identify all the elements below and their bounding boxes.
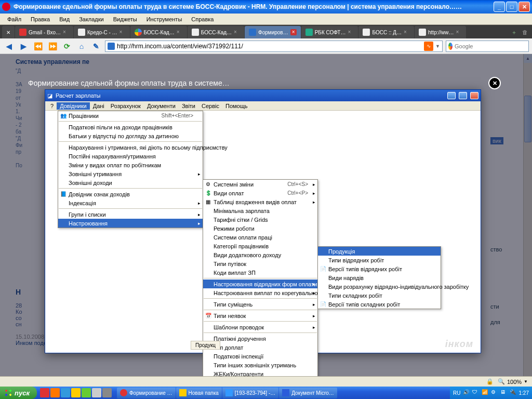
tray-icon[interactable]: 🛡 (472, 389, 480, 396)
ql-app-icon[interactable] (92, 388, 101, 397)
app-menu-zvity[interactable]: Звіти (179, 102, 198, 110)
menu-item[interactable]: Батьки у відпустці по догляду за дитиною (58, 131, 203, 140)
taskbar-button[interactable]: Новая папка (176, 388, 222, 398)
ffwd-button[interactable]: ⏩ (47, 41, 58, 52)
ql-ie-icon[interactable] (61, 388, 70, 397)
tab-boss2[interactable]: БОСС-Кад…× (188, 26, 244, 38)
tray-icon[interactable]: 🔌 (510, 389, 517, 396)
app-menu-help[interactable]: ? (47, 102, 57, 110)
menu-item[interactable]: Групи і списки (58, 210, 203, 219)
menu-item[interactable]: 💲Види оплатCtrl+<P> (203, 189, 317, 197)
menu-item[interactable]: Типи путівок (203, 259, 317, 268)
tab-gmail[interactable]: Gmail - Вхо…× (15, 26, 73, 38)
taskbar-button[interactable]: Документ Micro… (279, 388, 337, 398)
home-button[interactable]: ⌂ (76, 41, 87, 52)
ql-firefox-icon[interactable] (50, 388, 60, 397)
ql-app-icon[interactable] (82, 388, 91, 397)
close-button[interactable]: ✕ (518, 2, 530, 12)
rss-icon[interactable]: ∿ (424, 42, 433, 51)
menu-item[interactable]: Мінімальна зарплата (203, 206, 317, 215)
tray-icon[interactable]: ⚙ (491, 389, 498, 396)
app-menu-servis[interactable]: Сервіс (198, 102, 222, 110)
menu-item[interactable]: Постійні нарахування/утримання (58, 152, 203, 161)
menu-item[interactable]: Шаблони проводок (203, 323, 317, 331)
back-button[interactable]: ◀ (3, 41, 15, 52)
address-input[interactable] (117, 43, 422, 50)
menu-item[interactable]: Види додаткового доходу (203, 250, 317, 259)
tray-icon[interactable]: 🔊 (463, 389, 470, 396)
search-box[interactable] (446, 41, 529, 52)
menu-help[interactable]: Справка (187, 15, 218, 23)
reload-button[interactable]: ⟳ (61, 41, 73, 52)
zoom-control[interactable]: 🔍 100% ▼ (498, 378, 528, 385)
tray-icon[interactable]: 📶 (482, 389, 489, 396)
menu-item[interactable]: 📘Довідник ознак доходів (58, 190, 203, 198)
menu-item[interactable]: Податкові пільги на доходи працівників (58, 123, 203, 131)
taskbar-button[interactable]: Формирование … (117, 388, 176, 398)
menu-item[interactable]: Зовнішні утримання (58, 169, 203, 178)
menu-item[interactable]: Коди виплат ЗП (203, 268, 317, 277)
app-menu-rozrakhunok[interactable]: Розрахунок (108, 102, 144, 110)
tab-kredo[interactable]: Кредо-С - …× (74, 26, 130, 38)
menu-item[interactable]: Типи інших зовнішніх утримань (203, 361, 317, 369)
tab-close-icon[interactable]: × (348, 29, 354, 35)
new-tab-button[interactable]: ＋ (509, 26, 519, 38)
menu-item-selected[interactable]: Настроювання відрядних форм оплати праці (203, 280, 317, 288)
app-menu-documents[interactable]: Документи (144, 102, 179, 110)
tab-http[interactable]: http://ww…× (415, 26, 466, 38)
menu-item[interactable]: 📄Версії типів відрядних робіт (318, 264, 441, 273)
menu-item[interactable]: Типи відрядних робіт (318, 256, 441, 264)
tab-boss1[interactable]: БОСС-Кад…× (130, 26, 187, 38)
app-minimize-button[interactable] (447, 92, 456, 99)
menu-item[interactable]: Категорії працівників (203, 242, 317, 250)
menu-item[interactable]: Зміни у видах оплат по робітникам (58, 161, 203, 169)
ql-folder-icon[interactable] (71, 388, 81, 397)
menu-item[interactable]: Податкові інспекції (203, 352, 317, 361)
menu-item[interactable]: Види нарядів (318, 273, 441, 282)
menu-item[interactable]: Системи оплати праці (203, 233, 317, 242)
menu-file[interactable]: Файл (3, 15, 25, 23)
lightbox-close-button[interactable]: ✕ (488, 77, 501, 89)
app-menu-pomosh[interactable]: Помощь (222, 102, 251, 110)
tab-close-icon[interactable]: × (177, 29, 183, 35)
menu-item[interactable]: Режими роботи (203, 224, 317, 233)
tab-close-icon[interactable]: × (63, 29, 69, 35)
menu-item[interactable]: 👥ПрацівникиShift+<Enter> (58, 111, 203, 120)
clock[interactable]: 1:27 (519, 390, 529, 396)
tab-close-icon[interactable]: × (234, 29, 240, 35)
menu-item[interactable]: ⚙Системні зміниCtrl+<S> (203, 180, 317, 189)
tab-close-icon[interactable]: × (404, 29, 410, 35)
menu-tools[interactable]: Инструменты (142, 15, 187, 23)
rewind-button[interactable]: ⏪ (32, 41, 44, 52)
menu-item-selected[interactable]: Продукція (318, 247, 441, 256)
menu-item-selected[interactable]: Настроювання (58, 219, 203, 228)
app-maximize-button[interactable] (459, 92, 467, 99)
menu-edit[interactable]: Правка (26, 15, 54, 23)
tray-icon[interactable]: 🖥 (500, 389, 508, 396)
tab-rbk[interactable]: РБК СОФТ…× (301, 26, 358, 38)
menu-item[interactable]: 📄Версії типів складних робіт (318, 300, 441, 309)
app-menu-dovidnyky[interactable]: Довідники (57, 102, 90, 110)
menu-item[interactable]: 📅Типи неявок (203, 311, 317, 320)
tab-bossd[interactable]: БОСС :: Д…× (358, 26, 414, 38)
closed-tabs-button[interactable]: 🗑 (520, 26, 530, 38)
forward-button[interactable]: ▶ (18, 41, 29, 52)
tab-close-icon[interactable]: × (290, 29, 297, 35)
tab-formirov[interactable]: Формиров…× (245, 26, 301, 38)
menu-item[interactable]: Типи суміщень (203, 300, 317, 309)
zoom-dropdown-icon[interactable]: ▼ (524, 379, 528, 384)
app-close-button[interactable] (470, 92, 478, 99)
menu-bookmarks[interactable]: Закладки (75, 15, 108, 23)
tab-close-icon[interactable]: × (456, 29, 462, 35)
menu-view[interactable]: Вид (55, 15, 74, 23)
menu-item[interactable]: Індексація (58, 198, 203, 207)
menu-item[interactable]: Зовнішні доходи (58, 178, 203, 187)
menu-item[interactable]: Види розрахунку відрядно-індивідуального… (318, 282, 441, 291)
lang-indicator[interactable]: RU (453, 390, 460, 396)
menu-widgets[interactable]: Виджеты (109, 15, 141, 23)
maximize-button[interactable]: □ (506, 2, 517, 12)
wand-button[interactable]: ✎ (90, 41, 102, 52)
start-button[interactable]: пуск (0, 387, 37, 399)
menu-item[interactable]: Нарахування і утримання, які діють по вс… (58, 143, 203, 152)
search-input[interactable] (455, 43, 526, 49)
